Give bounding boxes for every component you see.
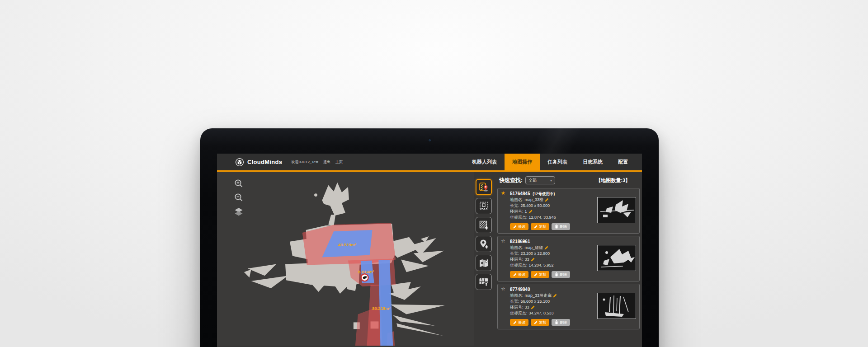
- map-thumbnail-image: [598, 245, 636, 271]
- area-label-corridor: 80.215m²: [372, 306, 390, 311]
- trash-icon: [555, 225, 558, 229]
- map-controls: [233, 178, 244, 217]
- map-tool-column: [476, 179, 492, 290]
- cloudminds-app: CloudMinds 欢迎BJDT2_Test 退出 主页 机器人列表 地图操作…: [217, 154, 642, 347]
- brand-name: CloudMinds: [247, 159, 282, 165]
- map-origin-value: 14.204, 5.952: [529, 263, 554, 268]
- nav-task-list[interactable]: 任务列表: [540, 154, 575, 170]
- copy-map-button[interactable]: 复制: [531, 319, 549, 326]
- zoom-in-button[interactable]: [233, 178, 244, 189]
- map-thumbnail: [597, 293, 636, 319]
- pencil-icon: [513, 321, 517, 324]
- star-toggle[interactable]: ★: [501, 190, 505, 196]
- map-thumbnail: [597, 245, 636, 271]
- task-point-list-tool[interactable]: [476, 179, 492, 195]
- edit-pencil-icon[interactable]: [544, 246, 548, 250]
- zoom-out-icon: [234, 192, 244, 202]
- quick-search-label: 快速查找:: [499, 177, 523, 184]
- nav-config[interactable]: 配置: [610, 154, 636, 170]
- edit-pencil-icon[interactable]: [553, 294, 557, 298]
- add-virtual-wall-icon: [478, 220, 489, 230]
- zoom-in-icon: [234, 178, 244, 188]
- select-region-icon: [478, 201, 489, 211]
- delete-map-button[interactable]: 删除: [552, 223, 570, 230]
- upload-map-tool[interactable]: [476, 274, 492, 290]
- laptop-screen: CloudMinds 欢迎BJDT2_Test 退出 主页 机器人列表 地图操作…: [217, 154, 642, 347]
- map-id: 51764845: [510, 191, 530, 196]
- map-card[interactable]: ☆ 82186961 地图名: map_腿腿 长宽: 23.200 x 22.9…: [497, 236, 640, 281]
- map-canvas[interactable]: 40.519m² 8.614m² 80.215m²: [217, 172, 474, 346]
- map-origin-value: 12.874, 33.946: [529, 215, 556, 220]
- map-floor-value: 1: [525, 209, 527, 215]
- field-label-floor: 楼层号:: [510, 305, 524, 310]
- edit-pencil-icon[interactable]: [531, 258, 535, 262]
- edit-map-button[interactable]: 修改: [510, 271, 528, 278]
- delete-map-button[interactable]: 删除: [552, 271, 570, 278]
- field-label-origin: 坐标原点:: [510, 310, 528, 316]
- erase-map-icon: [478, 258, 489, 268]
- map-size-value: 25.400 x 50.000: [521, 203, 550, 209]
- nav-log-system[interactable]: 日志系统: [575, 154, 610, 170]
- nav-robot-list[interactable]: 机器人列表: [464, 154, 505, 170]
- star-toggle[interactable]: ☆: [501, 238, 505, 244]
- map-viewport[interactable]: 40.519m² 8.614m² 80.215m²: [217, 172, 474, 346]
- map-count-badge: 【地图数量:3】: [596, 177, 630, 184]
- delete-map-button[interactable]: 删除: [552, 319, 570, 326]
- edit-map-button[interactable]: 修改: [510, 223, 528, 230]
- trash-icon: [555, 320, 558, 324]
- card-actions: 修改 复制 删除: [510, 223, 570, 230]
- card-actions: 修改 复制 删除: [510, 319, 570, 326]
- edit-pencil-icon[interactable]: [528, 210, 533, 214]
- edit-map-button[interactable]: 修改: [510, 319, 528, 326]
- copy-map-button[interactable]: 复制: [531, 223, 549, 230]
- session-bar: 欢迎BJDT2_Test 退出 主页: [291, 154, 343, 170]
- map-name-value: map_33层走廊: [525, 293, 552, 299]
- edit-pencil-icon[interactable]: [545, 198, 549, 202]
- map-origin-value: 34.247, 8.533: [529, 310, 554, 316]
- map-id: 82186961: [510, 239, 530, 244]
- app-header: CloudMinds 欢迎BJDT2_Test 退出 主页 机器人列表 地图操作…: [217, 154, 642, 172]
- logout-link[interactable]: 退出: [323, 159, 330, 164]
- map-card[interactable]: ★ 51764845 (12号使用中) 地图名: map_33楼 长宽: 25.…: [497, 188, 640, 234]
- map-size-value: 56.600 x 25.100: [521, 299, 550, 305]
- filter-select[interactable]: 全部 ▾: [525, 176, 555, 184]
- field-label-name: 地图名:: [510, 197, 524, 203]
- field-label-origin: 坐标原点:: [510, 215, 528, 220]
- map-floor-value: 33: [525, 305, 529, 310]
- zoom-out-button[interactable]: [233, 192, 244, 203]
- upload-map-icon: [478, 277, 489, 287]
- main-nav: 机器人列表 地图操作 任务列表 日志系统 配置: [464, 154, 636, 170]
- pencil-icon: [513, 225, 517, 229]
- copy-map-button[interactable]: 复制: [531, 271, 549, 278]
- add-virtual-wall-tool[interactable]: [476, 217, 492, 233]
- field-label-origin: 坐标原点:: [510, 263, 528, 268]
- map-card[interactable]: ☆ 87749840 地图名: map_33层走廊 长宽: 56.600 x 2…: [497, 284, 640, 329]
- pencil-icon: [534, 225, 538, 229]
- trash-icon: [555, 272, 558, 277]
- map-thumbnail-image: [598, 293, 636, 319]
- field-label-size: 长宽:: [510, 251, 519, 257]
- add-point-tool[interactable]: [476, 236, 492, 252]
- map-id-suffix: (12号使用中): [533, 192, 555, 196]
- select-region-tool[interactable]: [476, 198, 492, 214]
- edit-pencil-icon[interactable]: [531, 305, 535, 309]
- map-name-value: map_33楼: [525, 197, 544, 203]
- home-link[interactable]: 主页: [335, 159, 343, 164]
- filter-value: 全部: [528, 178, 537, 183]
- map-thumbnail: [597, 197, 636, 223]
- pencil-icon: [534, 273, 538, 277]
- chevron-down-icon: ▾: [550, 178, 552, 183]
- pencil-icon: [534, 321, 538, 324]
- layers-icon: [234, 206, 244, 216]
- map-card-list: ★ 51764845 (12号使用中) 地图名: map_33楼 长宽: 25.…: [497, 188, 640, 329]
- layers-button[interactable]: [233, 206, 244, 217]
- nav-map-operation[interactable]: 地图操作: [505, 154, 540, 170]
- erase-map-tool[interactable]: [476, 255, 492, 271]
- pencil-icon: [513, 273, 517, 277]
- map-thumbnail-image: [598, 197, 636, 223]
- webcam-dot: [429, 139, 431, 141]
- field-label-floor: 楼层号:: [510, 257, 524, 263]
- add-point-icon: [478, 239, 489, 249]
- map-marker[interactable]: [361, 274, 368, 281]
- star-toggle[interactable]: ☆: [501, 286, 505, 292]
